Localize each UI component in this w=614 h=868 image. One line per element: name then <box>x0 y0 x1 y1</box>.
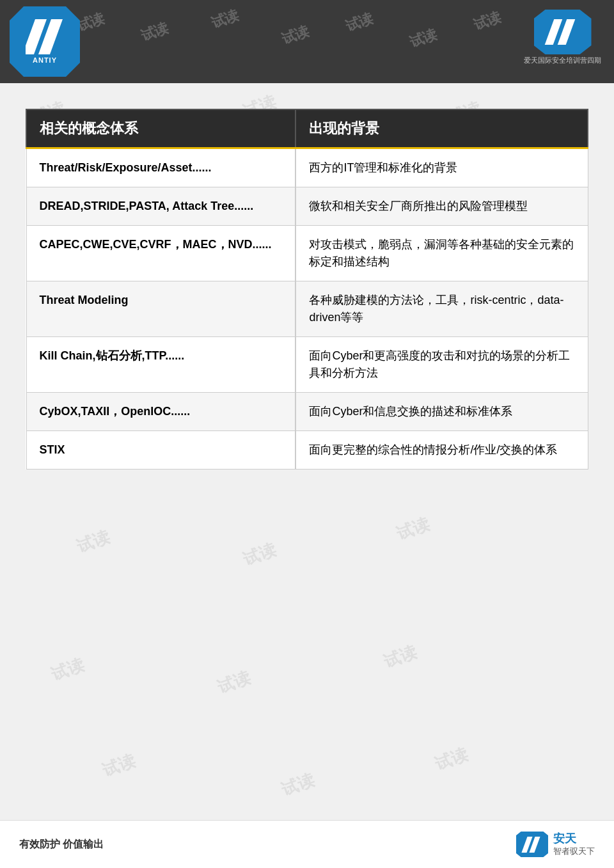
table-row: DREAD,STRIDE,PASTA, Attack Tree......微软和… <box>26 187 588 226</box>
table-row: Threat Modeling各种威胁建模的方法论，工具，risk-centri… <box>26 281 588 337</box>
top-right-stripe <box>548 19 577 45</box>
wm-6: 试读 <box>407 24 440 52</box>
col1-header: 相关的概念体系 <box>26 109 295 148</box>
wm-3: 试读 <box>209 5 242 33</box>
logo-stripes <box>26 19 64 54</box>
table-cell-concept: Threat/Risk/Exposure/Asset...... <box>26 148 295 187</box>
col2-header: 出现的背景 <box>295 109 588 148</box>
table-cell-concept: STIX <box>26 431 295 470</box>
footer-brand-sub: 智者驭天下 <box>553 846 595 857</box>
concept-table: 相关的概念体系 出现的背景 Threat/Risk/Exposure/Asset… <box>26 109 588 470</box>
table-cell-context: 对攻击模式，脆弱点，漏洞等各种基础的安全元素的标定和描述结构 <box>295 226 588 281</box>
table-cell-context: 面向Cyber和更高强度的攻击和对抗的场景的分析工具和分析方法 <box>295 337 588 393</box>
table-cell-concept: Kill Chain,钻石分析,TTP...... <box>26 337 295 393</box>
footer-brand-text: 安天 智者驭天下 <box>553 832 595 857</box>
table-cell-context: 微软和相关安全厂商所推出的风险管理模型 <box>295 187 588 226</box>
wm-2: 试读 <box>138 18 171 45</box>
table-cell-context: 各种威胁建模的方法论，工具，risk-centric，data-driven等等 <box>295 281 588 337</box>
table-header-row: 相关的概念体系 出现的背景 <box>26 109 588 148</box>
wm-7: 试读 <box>471 7 504 35</box>
table-cell-concept: CAPEC,CWE,CVE,CVRF，MAEC，NVD...... <box>26 226 295 281</box>
logo: ANTIY <box>10 6 80 77</box>
table-cell-concept: CybOX,TAXII，OpenIOC...... <box>26 393 295 431</box>
table-row: CAPEC,CWE,CVE,CVRF，MAEC，NVD......对攻击模式，脆… <box>26 226 588 281</box>
table-cell-context: 面向Cyber和信息交换的描述和标准体系 <box>295 393 588 431</box>
table-cell-context: 面向更完整的综合性的情报分析/作业/交换的体系 <box>295 431 588 470</box>
footer-logo-stripe <box>523 837 541 853</box>
logo-text: ANTIY <box>33 56 57 64</box>
footer-logo-icon <box>516 832 548 857</box>
table-cell-context: 西方的IT管理和标准化的背景 <box>295 148 588 187</box>
footer-tagline: 有效防护 价值输出 <box>19 838 104 851</box>
footer-brand-main: 安天 <box>553 832 595 846</box>
table-cell-concept: Threat Modeling <box>26 281 295 337</box>
top-right-logo-icon <box>534 10 592 54</box>
footer: 有效防护 价值输出 安天 智者驭天下 <box>0 820 614 868</box>
table-row: Kill Chain,钻石分析,TTP......面向Cyber和更高强度的攻击… <box>26 337 588 393</box>
wm-5: 试读 <box>343 8 376 36</box>
top-right-text: 爱天国际安全培训营四期 <box>524 56 601 65</box>
table-row: CybOX,TAXII，OpenIOC......面向Cyber和信息交换的描述… <box>26 393 588 431</box>
table-row: Threat/Risk/Exposure/Asset......西方的IT管理和… <box>26 148 588 187</box>
header-watermarks: 试读 试读 试读 试读 试读 试读 试读 <box>0 0 614 83</box>
footer-brand-area: 安天 智者驭天下 <box>516 832 595 857</box>
table-row: STIX面向更完整的综合性的情报分析/作业/交换的体系 <box>26 431 588 470</box>
wm-4: 试读 <box>279 21 312 49</box>
table-cell-concept: DREAD,STRIDE,PASTA, Attack Tree...... <box>26 187 295 226</box>
main-content: 相关的概念体系 出现的背景 Threat/Risk/Exposure/Asset… <box>26 109 588 817</box>
header: 试读 试读 试读 试读 试读 试读 试读 ANTIY 爱天国际安全培训营四期 <box>0 0 614 83</box>
top-right-logo: 爱天国际安全培训营四期 <box>524 10 601 65</box>
